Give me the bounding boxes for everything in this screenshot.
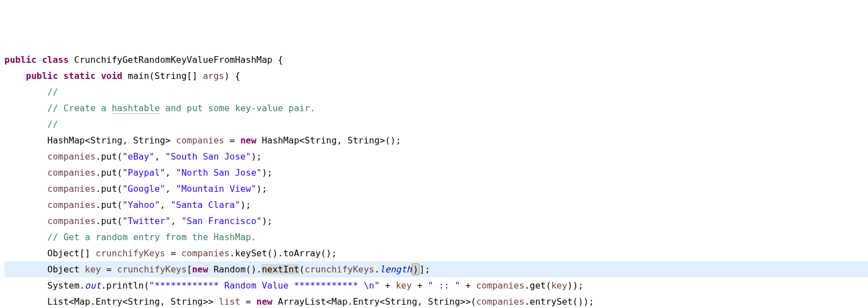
var-companies: companies <box>476 280 525 291</box>
println: .println( <box>101 280 149 291</box>
field-out: out <box>85 280 101 291</box>
paren: ( <box>149 71 155 81</box>
code-line-14: Object[] crunchifyKeys = companies.keySe… <box>4 245 868 261</box>
code-line-10: companies.put("Yahoo", "Santa Clara"); <box>4 197 868 213</box>
field-length: length <box>379 264 412 275</box>
bracket-open: [ <box>187 264 193 275</box>
string-key: "Yahoo" <box>122 200 160 210</box>
bracket-close: ]; <box>420 264 430 275</box>
comment-warn: hashtable <box>112 103 160 114</box>
plus: + <box>412 280 428 291</box>
nextint-highlight: nextInt <box>262 264 299 275</box>
code-line-3: // <box>4 84 868 100</box>
param-type: String[] <box>155 71 198 81</box>
type: Object[] <box>47 248 90 259</box>
var-companies: companies <box>476 296 525 307</box>
comment: // <box>47 119 58 130</box>
var-key: key <box>85 264 101 275</box>
var-companies: companies <box>47 167 96 178</box>
string-key: "Paypal" <box>122 167 165 178</box>
code-line-5: // <box>4 116 868 132</box>
comma: , <box>171 216 181 226</box>
end: ); <box>257 183 267 194</box>
string-key: "Twitter" <box>122 216 171 226</box>
var-key: key <box>396 280 412 291</box>
param-name: args <box>203 71 224 81</box>
code-line-2: public static void main(String[] args) { <box>4 68 868 84</box>
string-val: "North San Jose" <box>176 167 262 178</box>
keyword-new: new <box>257 296 273 307</box>
code-line-4: // Create a hashtable and put some key-v… <box>4 100 868 116</box>
string-val: "South San Jose" <box>165 151 251 162</box>
plus: + <box>460 280 476 291</box>
comment: // Get a random entry from the HashMap. <box>47 232 257 242</box>
var-companies: companies <box>47 151 96 162</box>
code-line-13: // Get a random entry from the HashMap. <box>4 229 868 245</box>
get-call: .get( <box>524 280 551 291</box>
put-call: .put( <box>96 151 122 162</box>
type: List<Map.Entry<String, String>> <box>47 296 214 307</box>
var-crunchifykeys: crunchifyKeys <box>305 264 374 275</box>
code-line-11: companies.put("Twitter", "San Francisco"… <box>4 213 868 229</box>
var-companies: companies <box>181 248 230 259</box>
chain: .entrySet()); <box>524 296 594 307</box>
put-call: .put( <box>96 183 122 194</box>
comma: , <box>160 200 170 210</box>
end: )); <box>568 280 584 291</box>
code-line-1: public class CrunchifyGetRandomKeyValueF… <box>4 52 868 68</box>
comment: // <box>47 87 58 97</box>
ctor: HashMap<String, String>(); <box>262 135 401 146</box>
keyword-static: static <box>63 71 96 81</box>
paren-open: ( <box>299 264 305 275</box>
string-val: "Mountain View" <box>176 183 257 194</box>
ctor: ArrayList<Map.Entry<String, String>>( <box>273 296 476 307</box>
method-name: main <box>128 71 150 81</box>
plus: + <box>379 280 396 291</box>
var-key: key <box>551 280 568 291</box>
code-line-15-highlighted: Object key = crunchifyKeys[new Random().… <box>4 261 868 277</box>
chain: .keySet().toArray(); <box>230 248 337 259</box>
var-list: list <box>219 296 240 307</box>
keyword-new: new <box>192 264 208 275</box>
keyword-new: new <box>240 135 257 146</box>
eq: = <box>224 135 240 146</box>
dot: . <box>374 264 380 275</box>
var-companies: companies <box>176 135 224 146</box>
comma: , <box>155 151 165 162</box>
string-key: "Google" <box>122 183 165 194</box>
eq: = <box>240 296 257 307</box>
var-crunchifykeys: crunchifyKeys <box>117 264 186 275</box>
end: ); <box>262 167 272 178</box>
eq: = <box>165 248 181 259</box>
comma: , <box>165 183 176 194</box>
string-literal: " :: " <box>428 280 460 291</box>
code-line-7: companies.put("eBay", "South San Jose"); <box>4 148 868 165</box>
string-val: "San Francisco" <box>181 216 262 226</box>
class-system: System. <box>47 280 85 291</box>
end: ); <box>251 151 262 162</box>
string-val: "Santa Clara" <box>171 200 240 210</box>
brace: { <box>273 54 283 65</box>
code-line-8: companies.put("Paypal", "North San Jose"… <box>4 165 868 181</box>
keyword-class: class <box>42 54 68 65</box>
keyword-public: public <box>26 71 58 81</box>
end: ); <box>240 200 251 210</box>
var-crunchifykeys: crunchifyKeys <box>96 248 165 259</box>
type: HashMap<String, String> <box>47 135 171 146</box>
paren-close-highlight: ) <box>412 264 420 275</box>
comment-post: and put some key-value pair. <box>160 103 315 113</box>
type: Object <box>47 264 80 275</box>
code-line-9: companies.put("Google", "Mountain View")… <box>4 181 868 197</box>
code-line-18: List<Map.Entry<String, String>> list = n… <box>4 294 868 308</box>
end: ); <box>262 216 272 226</box>
random-call: Random(). <box>208 264 262 275</box>
comma: , <box>165 167 176 178</box>
class-name: CrunchifyGetRandomKeyValueFromHashMap <box>74 54 272 65</box>
code-line-6: HashMap<String, String> companies = new … <box>4 132 868 148</box>
keyword-public: public <box>4 54 37 65</box>
keyword-void: void <box>101 71 122 81</box>
put-call: .put( <box>96 167 122 178</box>
put-call: .put( <box>96 200 122 210</box>
var-companies: companies <box>47 200 96 210</box>
string-key: "eBay" <box>122 151 155 162</box>
